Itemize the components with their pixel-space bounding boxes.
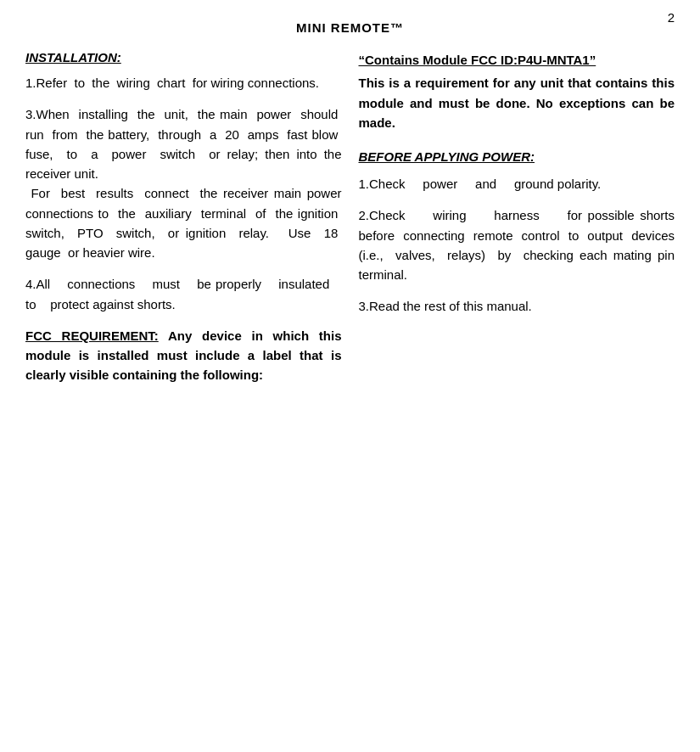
left-column: INSTALLATION: 1.Refer to the wiring char…	[25, 50, 342, 385]
fcc-text: FCC REQUIREMENT: Any device in which thi…	[25, 326, 342, 385]
check-item-1: 1.Check power and ground polarity.	[359, 174, 675, 194]
contains-module-heading: “Contains Module FCC ID:P4U-MNTA1”	[359, 50, 675, 70]
paragraph-4: 4.All connections must be properly insul…	[25, 274, 342, 314]
check-item-2: 2.Check wiring harness for possible shor…	[359, 205, 675, 284]
check-item-3: 3.Read the rest of this manual.	[359, 296, 675, 316]
requirement-text: This is a requirement for any unit that …	[359, 73, 675, 132]
paragraph-1: 1.Refer to the wiring chart for wiring c…	[25, 73, 342, 93]
installation-heading: INSTALLATION:	[25, 50, 342, 65]
page-number: 2	[668, 10, 675, 25]
two-column-layout: INSTALLATION: 1.Refer to the wiring char…	[25, 50, 675, 385]
fcc-heading: FCC REQUIREMENT:	[25, 328, 159, 343]
paragraph-3: 3.When installing the unit, the main pow…	[25, 104, 342, 262]
page: 2 MINI REMOTE™ INSTALLATION: 1.Refer to …	[0, 0, 700, 752]
right-column: “Contains Module FCC ID:P4U-MNTA1” This …	[359, 50, 675, 385]
before-heading: BEFORE APPLYING POWER:	[359, 149, 675, 164]
fcc-section: FCC REQUIREMENT: Any device in which thi…	[25, 326, 342, 385]
page-title: MINI REMOTE™	[25, 20, 675, 35]
